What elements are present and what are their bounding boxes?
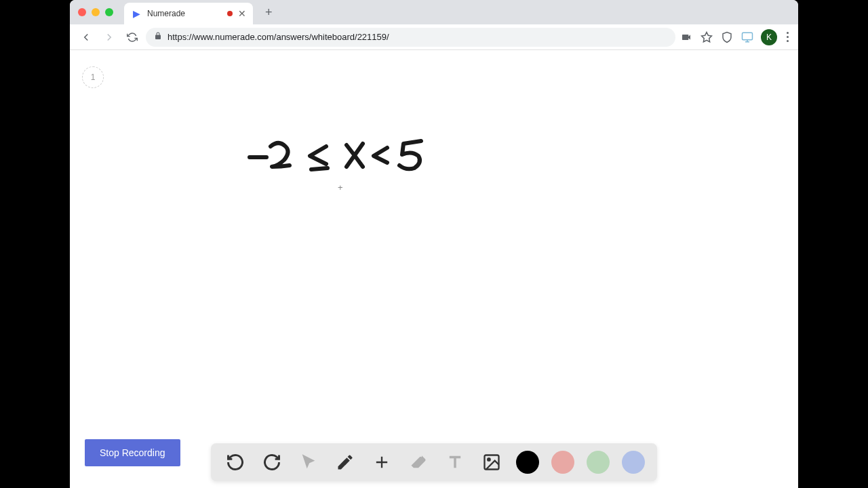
address-bar[interactable]: https://www.numerade.com/answers/whitebo… bbox=[146, 28, 675, 47]
star-icon[interactable] bbox=[700, 30, 713, 44]
tab-title: Numerade bbox=[147, 9, 222, 18]
svg-marker-0 bbox=[702, 32, 712, 41]
svg-rect-1 bbox=[743, 33, 753, 40]
url-text: https://www.numerade.com/answers/whitebo… bbox=[167, 32, 667, 42]
maximize-window-button[interactable] bbox=[105, 8, 113, 16]
svg-point-5 bbox=[488, 458, 490, 461]
forward-button[interactable] bbox=[100, 28, 119, 47]
page-number-badge[interactable]: 1 bbox=[82, 66, 104, 88]
color-blue-swatch[interactable] bbox=[622, 451, 645, 474]
address-bar-row: https://www.numerade.com/answers/whitebo… bbox=[70, 24, 798, 50]
browser-window: ▶ Numerade ✕ + https://www.numerade.com/… bbox=[70, 0, 798, 488]
tab-favicon-icon: ▶ bbox=[131, 8, 142, 19]
back-button[interactable] bbox=[77, 28, 96, 47]
camera-icon[interactable] bbox=[679, 30, 693, 44]
image-tool-button[interactable] bbox=[479, 450, 504, 474]
pointer-tool-button[interactable] bbox=[296, 450, 321, 474]
lock-icon bbox=[154, 32, 162, 42]
close-tab-icon[interactable]: ✕ bbox=[238, 8, 246, 19]
text-tool-button[interactable] bbox=[443, 450, 467, 474]
color-black-swatch[interactable] bbox=[516, 451, 539, 474]
titlebar: ▶ Numerade ✕ + bbox=[70, 0, 798, 24]
add-tool-button[interactable] bbox=[370, 450, 394, 474]
color-green-swatch[interactable] bbox=[587, 451, 610, 474]
monitor-icon[interactable] bbox=[741, 30, 754, 44]
new-tab-button[interactable]: + bbox=[265, 5, 273, 20]
reload-button[interactable] bbox=[123, 28, 142, 47]
recording-indicator-icon bbox=[227, 11, 233, 16]
toolbar-right-icons: K bbox=[679, 29, 791, 45]
close-window-button[interactable] bbox=[78, 8, 86, 16]
minimize-window-button[interactable] bbox=[92, 8, 100, 16]
whiteboard-toolbar bbox=[211, 443, 657, 481]
color-pink-swatch[interactable] bbox=[551, 451, 574, 474]
shield-icon[interactable] bbox=[720, 30, 734, 44]
pen-tool-button[interactable] bbox=[333, 450, 357, 474]
handwritten-math-expression bbox=[246, 131, 436, 195]
window-controls bbox=[78, 8, 113, 16]
undo-button[interactable] bbox=[223, 450, 248, 474]
eraser-tool-button[interactable] bbox=[406, 450, 431, 474]
redo-button[interactable] bbox=[260, 450, 284, 474]
stop-recording-button[interactable]: Stop Recording bbox=[85, 439, 180, 466]
browser-menu-button[interactable] bbox=[784, 29, 791, 45]
page-content: 1 bbox=[70, 50, 798, 488]
browser-tab[interactable]: ▶ Numerade ✕ bbox=[124, 3, 253, 24]
profile-avatar[interactable]: K bbox=[761, 29, 777, 45]
